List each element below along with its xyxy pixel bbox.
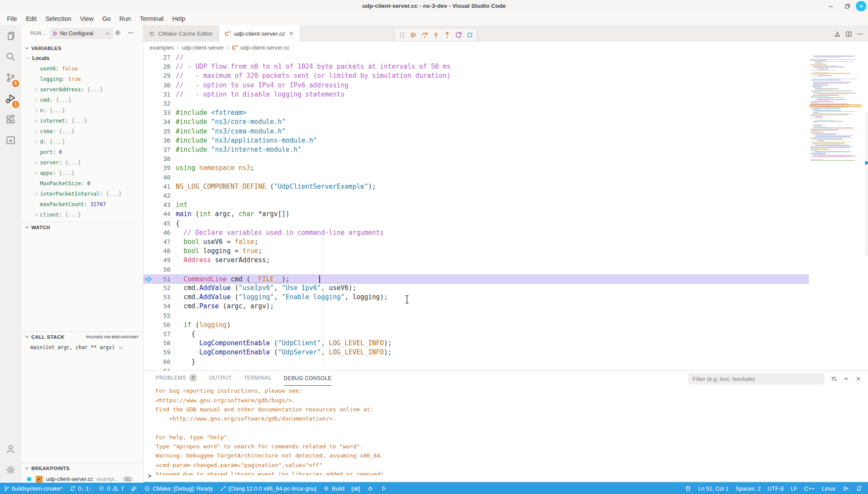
- menu-view[interactable]: View: [76, 12, 98, 25]
- line-number[interactable]: 41: [144, 182, 170, 191]
- line-number[interactable]: 39: [144, 164, 170, 173]
- status-cursor-position[interactable]: Ln 51, Col 1: [694, 483, 732, 494]
- breakpoint-checkbox[interactable]: ✓: [36, 476, 43, 483]
- step-over-button[interactable]: [419, 29, 430, 40]
- line-number[interactable]: 45: [144, 219, 170, 228]
- code-line-30[interactable]: 30// - option to use IPv4 or IPv6 addres…: [144, 81, 809, 90]
- activity-item-explorer[interactable]: [0, 25, 21, 46]
- code-line-41[interactable]: 41NS_LOG_COMPONENT_DEFINE ("UdpClientSer…: [144, 182, 809, 191]
- line-number[interactable]: 48: [144, 247, 170, 256]
- code-line-49[interactable]: 49 Address serverAddress;: [144, 256, 809, 265]
- line-number[interactable]: 33: [144, 108, 170, 117]
- chevron-right-icon[interactable]: [32, 108, 40, 113]
- import-button[interactable]: [831, 28, 843, 40]
- variable-row[interactable]: cmd: {...}: [21, 95, 143, 105]
- code-line-48[interactable]: 48 bool logging = true;: [144, 247, 809, 256]
- panel-tab-output[interactable]: OUTPUT: [209, 371, 232, 386]
- status-notifications[interactable]: [852, 483, 866, 494]
- line-number[interactable]: 44: [144, 210, 170, 219]
- variable-row[interactable]: serverAddress: {...}: [21, 84, 143, 95]
- activity-item-test-explorer[interactable]: [0, 130, 21, 150]
- status-indentation[interactable]: Spaces: 2: [732, 483, 765, 494]
- close-button[interactable]: [856, 1, 866, 11]
- chevron-right-icon[interactable]: [32, 140, 40, 144]
- stack-frame-row[interactable]: main(int argc, char ** argv)u.: [30, 343, 153, 352]
- line-number[interactable]: 54: [144, 302, 170, 311]
- activity-item-run-and-debug[interactable]: 1: [0, 88, 21, 109]
- code-line-37[interactable]: 37#include "ns3/internet-module.h": [144, 145, 809, 154]
- line-number[interactable]: 60: [144, 357, 170, 367]
- activity-item-source-control[interactable]: 6: [0, 67, 21, 88]
- close-button[interactable]: [852, 373, 865, 384]
- code-line-58[interactable]: 58 LogComponentEnable ("UdpClient", LOG_…: [144, 339, 809, 348]
- line-number[interactable]: 29: [144, 71, 170, 80]
- status-debug-target-button[interactable]: [364, 483, 377, 494]
- start-debug-icon[interactable]: [52, 30, 58, 37]
- chevron-right-icon[interactable]: [32, 160, 40, 165]
- line-number[interactable]: 38: [144, 154, 170, 164]
- code-line-46[interactable]: 46 // Declare variables used in command-…: [144, 228, 809, 237]
- panel-tab-problems[interactable]: PROBLEMS7: [156, 371, 197, 386]
- step-out-button[interactable]: [441, 29, 453, 40]
- line-number[interactable]: 57: [144, 330, 170, 339]
- code-line-61[interactable]: 61: [144, 367, 809, 370]
- code-line-45[interactable]: 45{: [144, 219, 809, 228]
- code-line-36[interactable]: 36#include "ns3/applications-module.h": [144, 136, 809, 145]
- close-icon[interactable]: [288, 30, 294, 37]
- breadcrumb-item[interactable]: examples: [150, 44, 174, 51]
- status-sync-status[interactable]: 0↓ 1↑: [66, 483, 95, 494]
- line-number[interactable]: 35: [144, 127, 170, 136]
- line-number[interactable]: 58: [144, 339, 170, 348]
- code-line-51[interactable]: 51 CommandLine cmd (__FILE__);: [144, 274, 809, 284]
- status-remote-os[interactable]: Linux: [818, 483, 839, 494]
- line-number[interactable]: 53: [144, 293, 170, 302]
- restart-button[interactable]: [453, 29, 464, 40]
- variable-row[interactable]: logging: true: [21, 74, 143, 84]
- chevron-right-icon[interactable]: [32, 98, 40, 103]
- variable-row[interactable]: n: {...}: [21, 105, 143, 116]
- watch-section-header[interactable]: WATCH: [21, 223, 143, 232]
- line-number[interactable]: 43: [144, 200, 170, 210]
- split-editor-button[interactable]: [843, 28, 854, 40]
- breakpoints-section-header[interactable]: BREAKPOINTS: [21, 464, 143, 473]
- line-number[interactable]: 46: [144, 228, 170, 237]
- code-line-55[interactable]: 55: [144, 311, 809, 320]
- status-build-button[interactable]: Build: [320, 483, 347, 494]
- tab-cmake-cache-editor[interactable]: CMake Cache Editor: [144, 25, 218, 42]
- code-line-57[interactable]: 57 {: [144, 330, 809, 339]
- stop-button[interactable]: [464, 29, 475, 40]
- chevron-right-icon[interactable]: [32, 192, 40, 197]
- line-number[interactable]: 55: [144, 311, 170, 320]
- variable-row[interactable]: client: {...}: [21, 210, 143, 220]
- code-line-31[interactable]: 31// - option to disable logging stateme…: [144, 90, 809, 99]
- code-line-60[interactable]: 60 }: [144, 357, 809, 367]
- activity-item-search[interactable]: [0, 46, 21, 67]
- chevron-right-icon[interactable]: [32, 87, 40, 92]
- code-line-53[interactable]: 53 cmd.AddValue ("logging", "Enable logg…: [144, 293, 809, 302]
- call-stack-section-header[interactable]: CALL STACK PAUSED ON BREAKPOINT: [21, 332, 143, 342]
- code-line-29[interactable]: 29// - maximum of 320 packets sent (or l…: [144, 71, 809, 80]
- line-number[interactable]: 50: [144, 265, 170, 274]
- breadcrumb-item[interactable]: C+udp-client-server.cc: [232, 44, 289, 51]
- code-line-35[interactable]: 35#include "ns3/csma-module.h": [144, 127, 809, 136]
- line-number[interactable]: 47: [144, 237, 170, 247]
- line-number[interactable]: 56: [144, 320, 170, 330]
- minimize-button[interactable]: [825, 1, 836, 11]
- code-line-50[interactable]: 50: [144, 265, 809, 274]
- line-number[interactable]: 37: [144, 145, 170, 154]
- variable-row[interactable]: csma: {...}: [21, 126, 143, 137]
- code-line-54[interactable]: 54 cmd.Parse (argc, argv);: [144, 302, 809, 311]
- status-source-control-status[interactable]: buildsystem-cmake*: [0, 483, 66, 494]
- code-line-43[interactable]: 43int: [144, 200, 809, 210]
- menu-file[interactable]: File: [3, 12, 21, 25]
- status-build-target[interactable]: [all]: [348, 483, 364, 494]
- clear-all-button[interactable]: [828, 373, 840, 384]
- code-line-27[interactable]: 27//: [144, 53, 809, 62]
- variables-section-header[interactable]: VARIABLES: [21, 43, 143, 53]
- line-number[interactable]: 49: [144, 256, 170, 265]
- console-filter-input[interactable]: [688, 373, 824, 384]
- status-kit-status[interactable]: [Clang 12.0.0 x86_64-pc-linux-gnu]: [217, 483, 320, 494]
- status-cmake-status[interactable]: CMake: [Debug]: Ready: [140, 483, 216, 494]
- debug-console-prompt[interactable]: >: [148, 472, 151, 480]
- variable-row[interactable]: port: 0: [21, 147, 143, 157]
